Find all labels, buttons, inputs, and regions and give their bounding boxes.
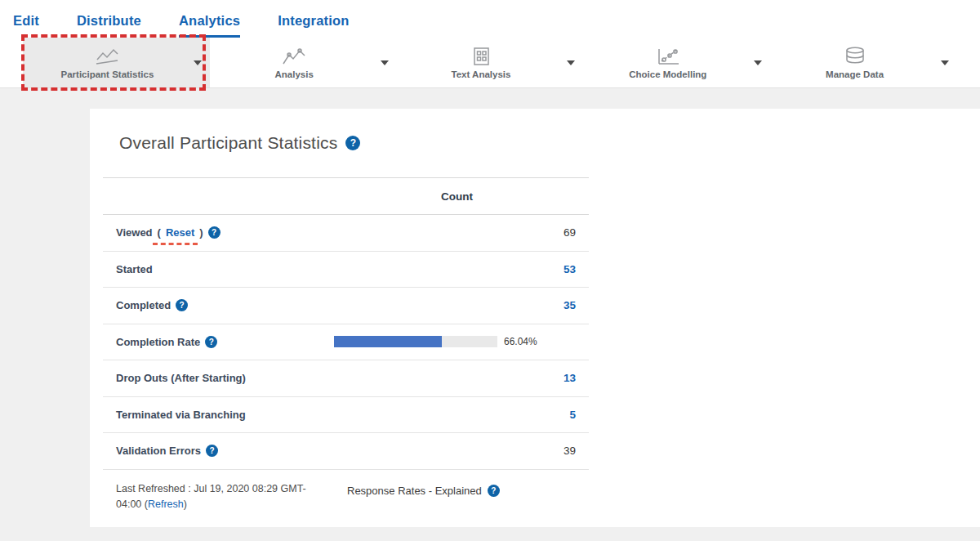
caret-down-icon[interactable]	[941, 60, 949, 65]
analytics-toolbar: Participant Statistics Analysis	[0, 38, 980, 88]
row-label: Completed ?	[116, 299, 188, 311]
row-label: Viewed ( Reset ) ?	[116, 226, 220, 239]
help-icon[interactable]: ?	[206, 445, 218, 457]
caret-down-icon[interactable]	[567, 60, 575, 65]
completion-bar-fill	[334, 336, 442, 347]
row-label-text: Terminated via Branching	[116, 409, 246, 421]
help-icon[interactable]: ?	[345, 136, 360, 150]
tab-label: Analysis	[275, 69, 314, 79]
nav-item-integration[interactable]: Integration	[278, 13, 349, 38]
database-icon	[842, 46, 868, 67]
table-header-row: Count	[103, 177, 589, 215]
row-value: 39	[564, 445, 576, 457]
help-icon[interactable]: ?	[488, 485, 500, 497]
completion-rate-bar: 66.04%	[334, 336, 537, 347]
row-label: Started	[116, 263, 153, 275]
row-label-text: Validation Errors	[116, 445, 201, 457]
row-label-text: Completed	[116, 299, 171, 311]
row-label-text: Drop Outs (After Starting)	[116, 372, 246, 384]
row-value[interactable]: 35	[564, 299, 576, 311]
participant-stats-table: Count Viewed ( Reset ) ? 69	[103, 177, 589, 470]
row-label-text: Completion Rate	[116, 336, 200, 348]
row-label: Terminated via Branching	[116, 409, 246, 421]
completion-bar-track	[334, 336, 497, 347]
nav-item-edit[interactable]: Edit	[13, 13, 39, 38]
tab-label: Participant Statistics	[61, 69, 154, 79]
nav-item-analytics[interactable]: Analytics	[179, 13, 240, 38]
tab-analysis[interactable]: Analysis	[210, 38, 397, 87]
page-title-text: Overall Participant Statistics	[119, 133, 337, 153]
page-title: Overall Participant Statistics ?	[119, 133, 947, 153]
table-footer: Last Refreshed : Jul 19, 2020 08:29 GMT-…	[103, 470, 589, 513]
top-nav: Edit Distribute Analytics Integration	[0, 0, 980, 38]
refresh-link[interactable]: Refresh	[148, 499, 184, 510]
tab-label: Text Analysis	[452, 69, 511, 79]
header: Edit Distribute Analytics Integration Pa…	[0, 0, 980, 88]
nav-item-distribute[interactable]: Distribute	[77, 13, 141, 38]
row-value[interactable]: 53	[564, 263, 576, 275]
stats-card: Overall Participant Statistics ? Count V…	[90, 109, 980, 527]
annotation-red-dashed-underline	[153, 243, 198, 245]
paren-close: )	[199, 226, 203, 239]
caret-down-icon[interactable]	[381, 60, 389, 65]
table-grid-icon	[469, 46, 493, 67]
row-label-text: Started	[116, 263, 153, 275]
tab-participant-statistics[interactable]: Participant Statistics	[23, 38, 210, 87]
app-screen: Edit Distribute Analytics Integration Pa…	[0, 0, 980, 541]
table-row-drop-outs: Drop Outs (After Starting) 13	[103, 360, 589, 397]
row-value[interactable]: 13	[564, 372, 576, 384]
row-value: 69	[564, 226, 576, 239]
reset-link[interactable]: Reset	[166, 226, 194, 239]
help-icon[interactable]: ?	[208, 226, 220, 239]
last-refreshed-text: Last Refreshed : Jul 19, 2020 08:29 GMT-…	[116, 481, 324, 513]
line-chart-icon	[93, 46, 121, 67]
table-row-completed: Completed ? 35	[103, 288, 589, 324]
help-icon[interactable]: ?	[176, 299, 188, 311]
row-label: Validation Errors ?	[116, 445, 218, 457]
table-row-completion-rate: Completion Rate ? 66.04%	[103, 324, 589, 361]
help-icon[interactable]: ?	[205, 336, 217, 348]
paren-close: )	[184, 499, 187, 510]
tab-manage-data[interactable]: Manage Data	[770, 38, 957, 87]
table-row-viewed: Viewed ( Reset ) ? 69	[103, 215, 589, 252]
tab-text-analysis[interactable]: Text Analysis	[397, 38, 584, 87]
count-column-header: Count	[441, 190, 473, 203]
paren-open: (	[158, 226, 161, 239]
row-value[interactable]: 5	[569, 409, 576, 421]
tab-label: Choice Modelling	[629, 69, 706, 79]
row-label-text: Viewed	[116, 226, 153, 239]
completion-rate-value: 66.04%	[504, 336, 537, 347]
response-rates-explained: Response Rates - Explained ?	[347, 483, 500, 499]
table-row-started: Started 53	[103, 252, 589, 288]
row-label: Drop Outs (After Starting)	[116, 372, 246, 384]
caret-down-icon[interactable]	[194, 60, 202, 65]
tab-label: Manage Data	[826, 69, 884, 79]
table-row-terminated: Terminated via Branching 5	[103, 397, 589, 434]
scatter-plot-icon	[655, 46, 681, 67]
caret-down-icon[interactable]	[754, 60, 762, 65]
table-row-validation-errors: Validation Errors ? 39	[103, 433, 589, 470]
row-label: Completion Rate ?	[116, 336, 217, 348]
area-chart-icon	[280, 46, 308, 67]
tab-choice-modelling[interactable]: Choice Modelling	[583, 38, 770, 87]
